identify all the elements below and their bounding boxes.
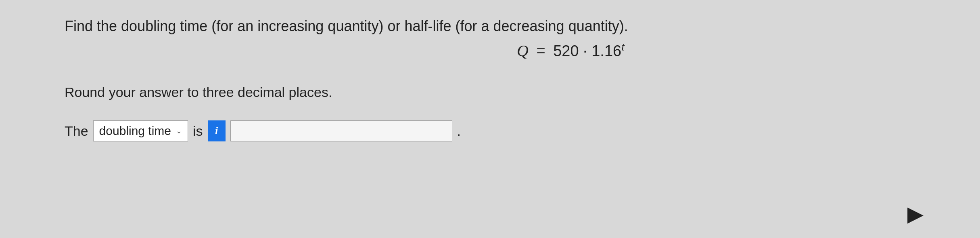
- instruction-text: Find the doubling time (for an increasin…: [65, 16, 915, 36]
- info-button[interactable]: i: [208, 120, 226, 141]
- equation-display: Q = 520 · 1.16t: [226, 40, 915, 60]
- the-label: The: [65, 123, 88, 139]
- round-instruction: Round your answer to three decimal place…: [65, 84, 915, 100]
- dropdown-value: doubling time: [99, 124, 171, 138]
- equation-equals: =: [536, 42, 545, 59]
- period: .: [457, 123, 461, 139]
- equation-q: Q: [517, 42, 529, 60]
- info-icon: i: [215, 125, 218, 137]
- equation-value: 520 · 1.16t: [553, 42, 625, 59]
- equation-exponent: t: [621, 40, 625, 53]
- main-content: Find the doubling time (for an increasin…: [0, 0, 980, 238]
- chevron-down-icon: ⌄: [176, 126, 182, 135]
- dropdown-doubling-time[interactable]: doubling time ⌄: [93, 120, 188, 141]
- answer-input[interactable]: [230, 120, 452, 141]
- page-container: Find the doubling time (for an increasin…: [0, 0, 980, 238]
- answer-row: The doubling time ⌄ is i .: [65, 120, 915, 141]
- is-label: is: [193, 123, 203, 139]
